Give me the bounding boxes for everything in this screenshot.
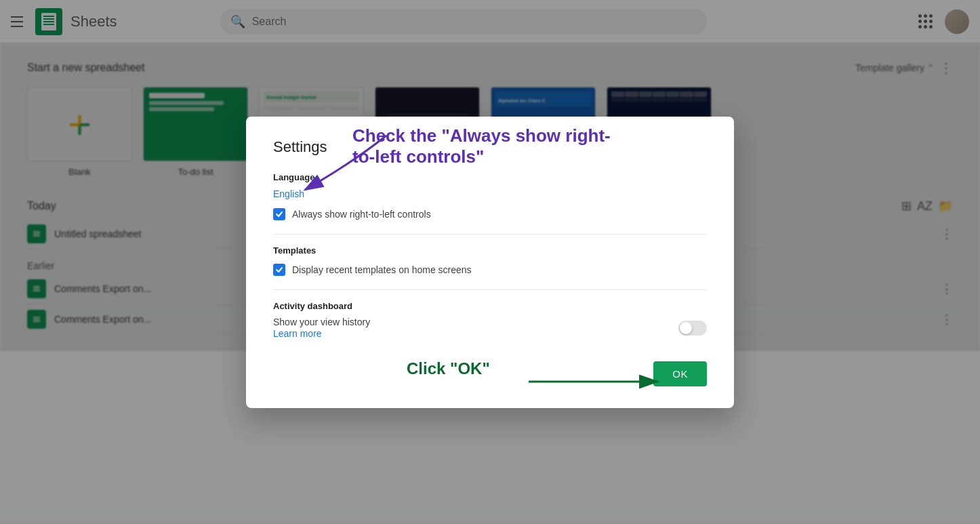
settings-dialog: Settings Language English Always show ri… bbox=[246, 117, 734, 408]
modal-overlay: Settings Language English Always show ri… bbox=[0, 0, 980, 524]
language-label: Language bbox=[273, 172, 707, 182]
language-link[interactable]: English bbox=[273, 188, 304, 199]
ok-button[interactable]: OK bbox=[653, 361, 707, 386]
activity-section: Activity dashboard Show your view histor… bbox=[273, 301, 707, 340]
templates-checkbox[interactable] bbox=[273, 264, 285, 276]
rtl-checkbox[interactable] bbox=[273, 208, 285, 220]
templates-checkbox-label: Display recent templates on home screens bbox=[292, 264, 472, 275]
activity-row: Show your view history Learn more bbox=[273, 317, 707, 340]
rtl-checkbox-row: Always show right-to-left controls bbox=[273, 208, 707, 220]
view-history-toggle[interactable] bbox=[678, 321, 707, 336]
rtl-checkbox-label: Always show right-to-left controls bbox=[292, 209, 431, 220]
activity-label: Activity dashboard bbox=[273, 301, 707, 311]
dialog-title: Settings bbox=[273, 138, 707, 156]
divider-2 bbox=[273, 289, 707, 290]
activity-sub-label: Show your view history bbox=[273, 317, 370, 327]
divider-1 bbox=[273, 234, 707, 235]
dialog-footer: OK bbox=[273, 361, 707, 386]
templates-section-label: Templates bbox=[273, 245, 707, 256]
templates-checkbox-row: Display recent templates on home screens bbox=[273, 264, 707, 276]
learn-more-link[interactable]: Learn more bbox=[273, 328, 322, 339]
